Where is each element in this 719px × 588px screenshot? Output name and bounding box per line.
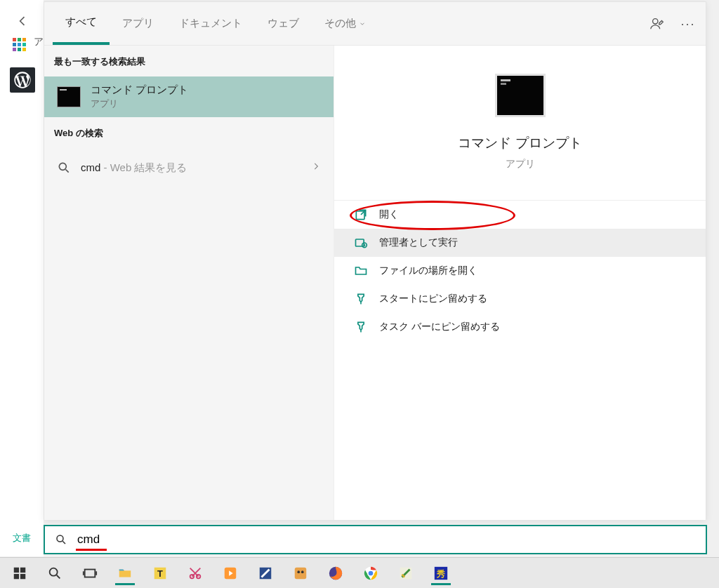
svg-point-21 <box>301 570 304 573</box>
svg-text:T: T <box>157 568 163 578</box>
task-app-3-icon[interactable] <box>392 561 420 585</box>
admin-icon <box>354 236 368 250</box>
action-pin-to-taskbar[interactable]: タスク バーにピン留めする <box>334 313 706 341</box>
taskbar-search-icon[interactable] <box>41 561 69 585</box>
task-app-1-icon[interactable]: T <box>146 561 174 585</box>
best-match-header: 最も一致する検索結果 <box>44 46 334 76</box>
pin-icon <box>354 320 368 334</box>
svg-rect-11 <box>85 569 95 577</box>
action-pin-taskbar-label: タスク バーにピン留めする <box>379 321 500 333</box>
tab-more-label: その他 <box>324 17 356 30</box>
svg-point-0 <box>653 19 658 24</box>
folder-icon <box>354 264 368 278</box>
svg-point-5 <box>57 535 63 542</box>
partial-label: ア <box>34 36 44 48</box>
action-open-file-location[interactable]: ファイルの場所を開く <box>334 257 706 285</box>
media-player-icon[interactable] <box>216 561 244 585</box>
search-panel: すべて アプリ ドキュメント ウェブ その他 ··· 最も一致する検索結果 コマ… <box>44 1 706 520</box>
action-run-as-admin[interactable]: 管理者として実行 <box>334 229 706 257</box>
result-title: コマンド プロンプト <box>91 83 188 97</box>
background-window-strip: ア <box>0 0 44 556</box>
wordpress-icon[interactable] <box>10 67 35 93</box>
result-command-prompt[interactable]: コマンド プロンプト アプリ <box>44 76 334 117</box>
background-docs-label: 文書 <box>13 532 41 544</box>
web-search-header: Web の検索 <box>44 117 334 148</box>
tab-documents[interactable]: ドキュメント <box>166 2 255 45</box>
web-result-hint: - Web 結果を見る <box>100 161 187 173</box>
task-app-2-icon[interactable] <box>286 561 315 585</box>
tab-all-label: すべて <box>65 15 97 29</box>
filter-tabs: すべて アプリ ドキュメント ウェブ その他 ··· <box>44 2 706 46</box>
tab-all[interactable]: すべて <box>53 2 110 45</box>
feedback-icon[interactable] <box>649 16 665 32</box>
snip-tool-icon[interactable] <box>181 561 209 585</box>
more-options-icon[interactable]: ··· <box>680 16 696 32</box>
task-view-icon[interactable] <box>76 561 104 585</box>
preview-subtitle: アプリ <box>506 158 535 171</box>
search-icon <box>55 533 67 546</box>
svg-rect-19 <box>295 567 307 579</box>
search-input[interactable] <box>77 533 696 547</box>
file-explorer-icon[interactable] <box>111 561 139 585</box>
start-button[interactable] <box>6 561 34 585</box>
preview-column: コマンド プロンプト アプリ 開く 管理者として実行 <box>334 46 706 520</box>
result-web-cmd[interactable]: cmd - Web 結果を見る <box>44 148 334 187</box>
search-box[interactable] <box>44 525 707 554</box>
action-pin-start-label: スタートにピン留めする <box>379 293 487 305</box>
paint-app-icon[interactable] <box>251 561 279 585</box>
svg-point-20 <box>297 570 300 573</box>
taskbar: T 秀 <box>0 557 719 588</box>
tab-apps-label: アプリ <box>122 17 154 30</box>
results-column: 最も一致する検索結果 コマンド プロンプト アプリ Web の検索 cmd - … <box>44 46 334 520</box>
svg-point-25 <box>368 570 374 575</box>
tab-web-label: ウェブ <box>268 17 299 30</box>
svg-rect-7 <box>20 567 25 572</box>
hidemaru-icon[interactable]: 秀 <box>427 561 455 585</box>
apps-color-grid-icon[interactable] <box>13 38 26 51</box>
firefox-icon[interactable] <box>322 561 350 585</box>
svg-text:秀: 秀 <box>436 568 445 578</box>
chevron-down-icon <box>359 18 366 29</box>
tab-apps[interactable]: アプリ <box>110 2 166 45</box>
svg-point-10 <box>50 568 58 575</box>
action-pin-to-start[interactable]: スタートにピン留めする <box>334 285 706 313</box>
preview-app-icon <box>495 74 546 117</box>
preview-title: コマンド プロンプト <box>458 134 581 152</box>
svg-rect-8 <box>14 573 19 578</box>
tab-docs-label: ドキュメント <box>179 17 242 30</box>
result-subtitle: アプリ <box>91 98 188 110</box>
tab-more[interactable]: その他 <box>312 2 378 45</box>
annotation-underline <box>76 549 107 551</box>
command-prompt-icon <box>57 86 81 107</box>
svg-point-1 <box>59 163 66 170</box>
svg-rect-6 <box>14 567 19 572</box>
tab-web[interactable]: ウェブ <box>255 2 312 45</box>
pin-icon <box>354 292 368 306</box>
web-result-query: cmd <box>81 161 100 173</box>
search-icon <box>57 161 71 175</box>
svg-rect-9 <box>20 573 25 578</box>
annotation-oval <box>350 201 515 230</box>
action-run-as-admin-label: 管理者として実行 <box>379 236 458 249</box>
back-button[interactable] <box>14 13 31 29</box>
chevron-right-icon <box>311 161 321 174</box>
action-open-location-label: ファイルの場所を開く <box>379 265 477 277</box>
chrome-icon[interactable] <box>357 561 385 585</box>
